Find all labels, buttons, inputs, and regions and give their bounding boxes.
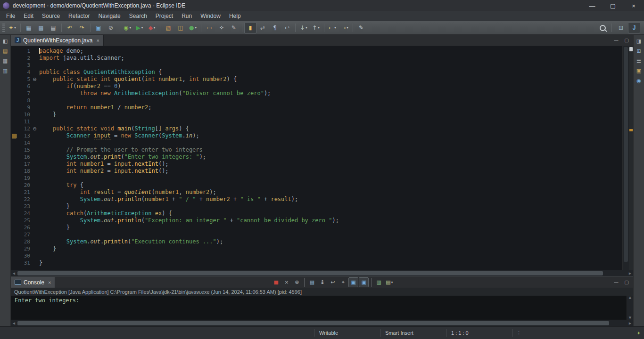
open-perspective-icon[interactable]: ⊞ [615, 22, 627, 33]
show-on-stdout-icon[interactable]: ▣ [348, 277, 358, 287]
fold-marker-icon[interactable]: ⊖ [32, 76, 38, 83]
word-wrap-icon[interactable]: ↩ [281, 22, 293, 33]
console-scroll-left-icon[interactable]: ◀ [11, 322, 17, 325]
word-wrap-console-icon[interactable]: ↩ [328, 277, 338, 287]
console-scroll-down-icon[interactable]: ▼ [627, 316, 633, 320]
vertical-scroll-thumb[interactable] [624, 47, 628, 262]
new-wizard-icon[interactable]: ✦▾ [6, 22, 18, 33]
skip-all-breakpoints-icon[interactable]: ⊘ [105, 22, 117, 33]
editor-tab[interactable]: J QuotientWithException.java × [11, 35, 104, 46]
remove-launch-icon[interactable]: × [281, 277, 291, 287]
run-icon[interactable]: ▶▾ [133, 22, 146, 33]
toolbar-drag-handle[interactable] [2, 24, 5, 32]
maximize-window-button[interactable]: ▢ [603, 0, 623, 11]
dropdown-arrow-icon[interactable]: ▾ [305, 26, 307, 30]
link-with-editor-icon[interactable]: ⇄ [256, 22, 269, 33]
new-package-icon[interactable]: ◫ [174, 22, 187, 33]
back-icon[interactable]: ←▾ [326, 22, 339, 33]
new-java-project-icon[interactable]: ▧ [162, 22, 174, 33]
javadoc-view-icon[interactable]: ◉ [635, 76, 643, 85]
undo-icon[interactable]: ↶ [64, 22, 76, 33]
previous-annotation-icon[interactable]: ↑▾ [310, 22, 322, 33]
save-all-icon[interactable]: ▩ [35, 22, 47, 33]
outline-view-icon[interactable]: ☰ [635, 56, 643, 65]
search-icon[interactable] [596, 22, 609, 33]
menu-refactor[interactable]: Refactor [64, 11, 94, 21]
editor-horizontal-scrollbar[interactable]: ◀ ▶ [11, 270, 633, 276]
new-annotation-icon[interactable]: ✎ [228, 22, 240, 33]
console-output[interactable]: Enter two integers: [11, 296, 627, 320]
fold-marker-icon[interactable]: ⊖ [32, 125, 38, 132]
progress-status-icon[interactable]: ✦ [637, 331, 644, 336]
horizontal-scroll-thumb[interactable] [17, 271, 603, 275]
menu-window[interactable]: Window [196, 11, 225, 21]
open-console-view-icon[interactable]: ▤▾ [384, 277, 394, 287]
mark-occurrences-icon[interactable]: ▮ [244, 22, 256, 33]
minimize-editor-button[interactable]: — [612, 37, 620, 44]
menu-help[interactable]: Help [225, 11, 245, 21]
close-tab-icon[interactable]: × [96, 38, 99, 43]
maximize-editor-button[interactable]: ▢ [622, 37, 631, 44]
clear-console-icon[interactable]: ▤ [307, 277, 317, 287]
close-console-icon[interactable]: × [48, 280, 51, 285]
menu-project[interactable]: Project [151, 11, 177, 21]
console-tab[interactable]: Console × [11, 277, 55, 288]
dropdown-arrow-icon[interactable]: ▾ [347, 26, 348, 30]
console-horizontal-thumb[interactable] [17, 321, 609, 325]
dropdown-arrow-icon[interactable]: ▾ [14, 26, 16, 30]
console-scroll-up-icon[interactable]: ▲ [627, 296, 633, 299]
pin-console-icon[interactable]: ⌖ [338, 277, 348, 287]
close-window-button[interactable]: × [623, 0, 644, 11]
terminate-icon[interactable]: ■ [271, 277, 281, 287]
dropdown-arrow-icon[interactable]: ▾ [129, 26, 131, 30]
redo-icon[interactable]: ↷ [76, 22, 88, 33]
templates-view-icon[interactable]: ▣ [635, 66, 643, 75]
dropdown-arrow-icon[interactable]: ▾ [334, 26, 336, 30]
snippets-view-icon[interactable]: ⊞ [635, 47, 643, 55]
open-type-icon[interactable]: ✧ [215, 22, 228, 33]
dropdown-arrow-icon[interactable]: ▾ [141, 26, 143, 30]
menu-file[interactable]: File [2, 11, 19, 21]
maximize-console-button[interactable]: ▢ [622, 279, 631, 286]
debug-icon[interactable]: ◉▾ [121, 22, 133, 33]
show-whitespace-icon[interactable]: ¶ [269, 22, 281, 33]
statusbar-drag-handle[interactable]: ⋮ [516, 330, 521, 336]
menu-source[interactable]: Source [38, 11, 64, 21]
dropdown-arrow-icon[interactable]: ▾ [195, 26, 197, 30]
dropdown-arrow-icon[interactable]: ▾ [318, 26, 320, 30]
restore-right-views-icon[interactable]: ◨ [635, 37, 643, 45]
save-icon[interactable]: ▦ [23, 22, 35, 33]
editor-vertical-scrollbar[interactable] [622, 46, 629, 270]
next-annotation-icon[interactable]: ↓▾ [297, 22, 310, 33]
dropdown-arrow-icon[interactable]: ▾ [154, 26, 156, 30]
profile-icon[interactable]: ◆▾ [146, 22, 158, 33]
menu-edit[interactable]: Edit [19, 11, 38, 21]
java-perspective-button[interactable]: J [628, 22, 640, 33]
scroll-right-icon[interactable]: ▶ [627, 272, 633, 275]
menu-search[interactable]: Search [125, 11, 151, 21]
occurrence-overview-marker[interactable] [629, 129, 633, 131]
open-folder-icon[interactable]: ▭ [203, 22, 215, 33]
print-icon[interactable]: ▤ [47, 22, 59, 33]
remove-all-terminated-icon[interactable]: ⊗ [292, 277, 302, 287]
new-class-icon[interactable]: ●▾ [187, 22, 199, 33]
scroll-left-icon[interactable]: ◀ [11, 272, 17, 275]
minimize-console-button[interactable]: — [612, 279, 620, 286]
restore-left-views-icon[interactable]: ◧ [1, 37, 9, 45]
open-console-toolbar-icon[interactable]: ▣ [92, 22, 105, 33]
scroll-lock-icon[interactable]: ↨ [317, 277, 327, 287]
menu-run[interactable]: Run [177, 11, 196, 21]
forward-icon[interactable]: →▾ [339, 22, 351, 33]
console-scroll-right-icon[interactable]: ▶ [627, 322, 633, 325]
type-hierarchy-icon[interactable]: ▦ [1, 56, 9, 65]
display-selected-console-icon[interactable]: ▥ [374, 277, 384, 287]
console-horizontal-scrollbar[interactable]: ◀ ▶ [11, 320, 633, 326]
code-area[interactable]: 1package demo;2import java.util.Scanner;… [11, 46, 622, 270]
package-explorer-icon[interactable]: ▤ [1, 47, 9, 55]
minimize-window-button[interactable]: — [582, 0, 603, 11]
overview-ruler-header[interactable] [629, 47, 633, 51]
show-on-stderr-icon[interactable]: ▣ [359, 277, 369, 287]
console-vertical-scrollbar[interactable]: ▲ ▼ [627, 296, 633, 320]
help-view-icon[interactable]: ▥ [1, 66, 9, 75]
last-edit-location-icon[interactable]: ✎ [355, 22, 367, 33]
